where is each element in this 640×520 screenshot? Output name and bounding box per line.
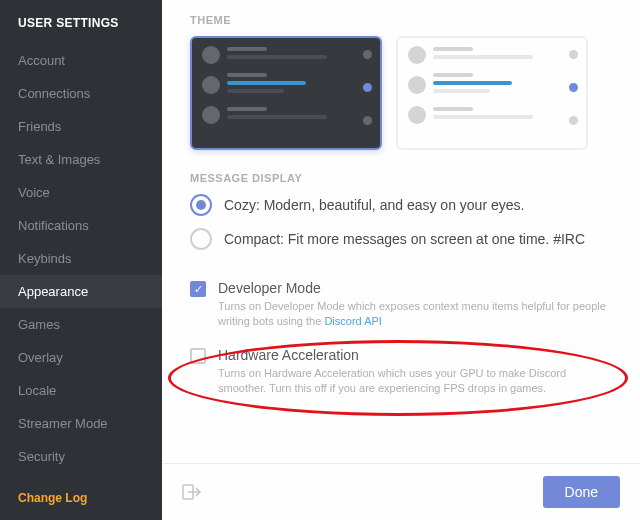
developer-mode-row: ✓ Developer Mode Turns on Developer Mode… [190, 280, 612, 329]
sidebar-item-friends[interactable]: Friends [0, 110, 162, 143]
radio-compact[interactable]: Compact: Fit more messages on screen at … [190, 228, 612, 250]
sidebar-item-appearance[interactable]: Appearance [0, 275, 162, 308]
hardware-accel-checkbox[interactable] [190, 348, 206, 364]
radio-cozy[interactable]: Cozy: Modern, beautiful, and easy on you… [190, 194, 612, 216]
developer-mode-desc: Turns on Developer Mode which exposes co… [218, 299, 612, 329]
sidebar-item-streamer-mode[interactable]: Streamer Mode [0, 407, 162, 440]
sidebar-item-notifications[interactable]: Notifications [0, 209, 162, 242]
radio-icon [190, 194, 212, 216]
sidebar-item-keybinds[interactable]: Keybinds [0, 242, 162, 275]
sidebar-item-voice[interactable]: Voice [0, 176, 162, 209]
radio-cozy-label: Cozy: Modern, beautiful, and easy on you… [224, 197, 524, 213]
sidebar-item-text-images[interactable]: Text & Images [0, 143, 162, 176]
sidebar-item-security[interactable]: Security [0, 440, 162, 473]
settings-scroll[interactable]: THEME MESSAGE DISPLAY Cozy: Modern, beau… [162, 0, 640, 463]
theme-section-label: THEME [190, 14, 612, 26]
hardware-accel-row: Hardware Acceleration Turns on Hardware … [190, 347, 612, 396]
developer-mode-title: Developer Mode [218, 280, 612, 296]
sidebar-item-account[interactable]: Account [0, 44, 162, 77]
sidebar-title: USER SETTINGS [0, 0, 162, 44]
settings-main: THEME MESSAGE DISPLAY Cozy: Modern, beau… [162, 0, 640, 520]
theme-options [190, 36, 612, 150]
theme-light-card[interactable] [396, 36, 588, 150]
changelog-link[interactable]: Change Log [0, 473, 162, 520]
hardware-accel-title: Hardware Acceleration [218, 347, 612, 363]
discord-api-link[interactable]: Discord API [324, 315, 381, 327]
message-display-label: MESSAGE DISPLAY [190, 172, 612, 184]
sidebar-item-locale[interactable]: Locale [0, 374, 162, 407]
sidebar-item-connections[interactable]: Connections [0, 77, 162, 110]
theme-dark-card[interactable] [190, 36, 382, 150]
radio-icon [190, 228, 212, 250]
sidebar-item-overlay[interactable]: Overlay [0, 341, 162, 374]
done-button[interactable]: Done [543, 476, 620, 508]
settings-footer: Done [162, 463, 640, 520]
settings-sidebar: USER SETTINGS Account Connections Friend… [0, 0, 162, 520]
hardware-accel-desc: Turns on Hardware Acceleration which use… [218, 366, 612, 396]
logout-icon[interactable] [182, 484, 202, 500]
sidebar-item-games[interactable]: Games [0, 308, 162, 341]
developer-mode-checkbox[interactable]: ✓ [190, 281, 206, 297]
radio-compact-label: Compact: Fit more messages on screen at … [224, 231, 585, 247]
